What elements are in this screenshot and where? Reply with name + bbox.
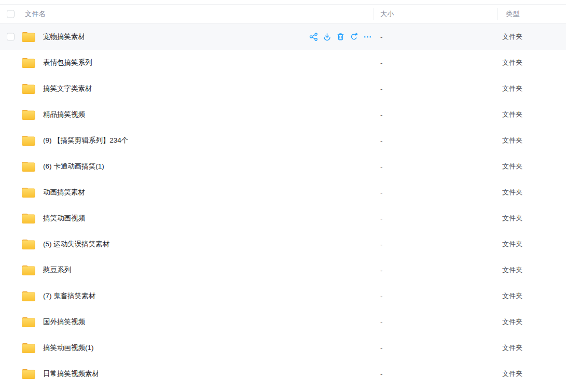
file-name[interactable]: 搞笑动画视频 <box>43 214 85 223</box>
file-type: 文件夹 <box>502 188 522 197</box>
file-type: 文件夹 <box>502 58 522 67</box>
file-type: 文件夹 <box>502 32 522 41</box>
file-name[interactable]: 憨豆系列 <box>43 265 71 275</box>
row-checkbox[interactable] <box>7 33 15 41</box>
table-row[interactable]: 动画搞笑素材 <box>0 179 566 205</box>
file-size: - <box>380 241 382 248</box>
column-header-name: 文件名 <box>25 9 46 19</box>
file-table: 文件名 大小 类型 宠物搞笑素材 <box>0 4 566 387</box>
file-name[interactable]: 精品搞笑视频 <box>43 110 85 119</box>
table-row[interactable]: 精品搞笑视频 <box>0 102 566 128</box>
file-size: - <box>380 163 382 171</box>
file-size: - <box>380 318 382 326</box>
share-icon[interactable] <box>309 33 318 41</box>
file-name[interactable]: 日常搞笑视频素材 <box>43 369 99 379</box>
file-size: - <box>380 344 382 352</box>
folder-icon <box>21 238 36 251</box>
table-row[interactable]: (9) 【搞笑剪辑系列】234个 <box>0 128 566 153</box>
file-type: 文件夹 <box>502 343 522 353</box>
folder-icon <box>21 264 36 277</box>
folder-icon <box>21 160 36 173</box>
folder-icon <box>21 31 36 44</box>
table-row[interactable]: 搞笑文字类素材 <box>0 76 566 102</box>
file-name[interactable]: (7) 鬼畜搞笑素材 <box>43 291 95 301</box>
folder-icon <box>21 108 36 121</box>
row-actions <box>309 33 372 41</box>
file-name[interactable]: 国外搞笑视频 <box>43 317 85 327</box>
table-row[interactable]: (7) 鬼畜搞笑素材 <box>0 283 566 309</box>
table-row[interactable]: 搞笑动画视频 <box>0 205 566 231</box>
file-type: 文件夹 <box>502 84 522 93</box>
file-type: 文件夹 <box>502 291 522 301</box>
table-row[interactable]: 搞笑动画视频(1) <box>0 335 566 361</box>
file-name[interactable]: (6) 卡通动画搞笑(1) <box>43 162 104 171</box>
file-size: - <box>380 215 382 222</box>
column-divider <box>497 8 498 20</box>
file-type: 文件夹 <box>502 369 522 379</box>
folder-icon <box>21 290 36 303</box>
select-all-checkbox[interactable] <box>7 10 15 18</box>
file-name[interactable]: 宠物搞笑素材 <box>43 32 85 41</box>
folder-icon <box>21 368 36 381</box>
more-icon[interactable] <box>363 33 372 41</box>
table-row[interactable]: 表情包搞笑系列 <box>0 50 566 76</box>
file-size: - <box>380 267 382 274</box>
file-name[interactable]: 搞笑文字类素材 <box>43 84 92 93</box>
file-name[interactable]: (5) 运动失误搞笑素材 <box>43 240 109 249</box>
column-header-type: 类型 <box>506 9 520 19</box>
table-row[interactable]: 国外搞笑视频 <box>0 309 566 335</box>
file-size: - <box>380 33 382 41</box>
file-size: - <box>380 137 382 145</box>
folder-icon <box>21 57 36 69</box>
table-row[interactable]: (5) 运动失误搞笑素材 <box>0 231 566 257</box>
delete-icon[interactable] <box>336 33 345 41</box>
file-name[interactable]: 动画搞笑素材 <box>43 188 85 197</box>
folder-icon <box>21 212 36 225</box>
table-row[interactable]: 宠物搞笑素材 <box>0 24 566 50</box>
file-name[interactable]: 表情包搞笑系列 <box>43 58 92 67</box>
file-name[interactable]: (9) 【搞笑剪辑系列】234个 <box>43 136 128 145</box>
table-row[interactable]: 日常搞笑视频素材 <box>0 361 566 387</box>
file-size: - <box>380 292 382 300</box>
table-row[interactable]: (6) 卡通动画搞笑(1) <box>0 153 566 179</box>
file-size: - <box>380 370 382 378</box>
file-type: 文件夹 <box>502 265 522 275</box>
folder-icon <box>21 82 36 95</box>
file-type: 文件夹 <box>502 214 522 223</box>
file-name[interactable]: 搞笑动画视频(1) <box>43 343 94 353</box>
file-type: 文件夹 <box>502 110 522 119</box>
file-size: - <box>380 59 382 67</box>
file-type: 文件夹 <box>502 240 522 249</box>
file-type: 文件夹 <box>502 162 522 171</box>
refresh-icon[interactable] <box>350 33 358 41</box>
column-divider <box>374 8 374 20</box>
file-type: 文件夹 <box>502 136 522 145</box>
file-size: - <box>380 111 382 119</box>
file-size: - <box>380 189 382 197</box>
file-size: - <box>380 85 382 93</box>
file-list: 宠物搞笑素材 <box>0 24 566 387</box>
folder-icon <box>21 316 36 329</box>
folder-icon <box>21 134 36 147</box>
table-header: 文件名 大小 类型 <box>0 5 566 24</box>
folder-icon <box>21 186 36 199</box>
file-type: 文件夹 <box>502 317 522 327</box>
download-icon[interactable] <box>323 33 332 41</box>
folder-icon <box>21 342 36 355</box>
column-header-size: 大小 <box>380 9 394 19</box>
table-row[interactable]: 憨豆系列 <box>0 257 566 283</box>
